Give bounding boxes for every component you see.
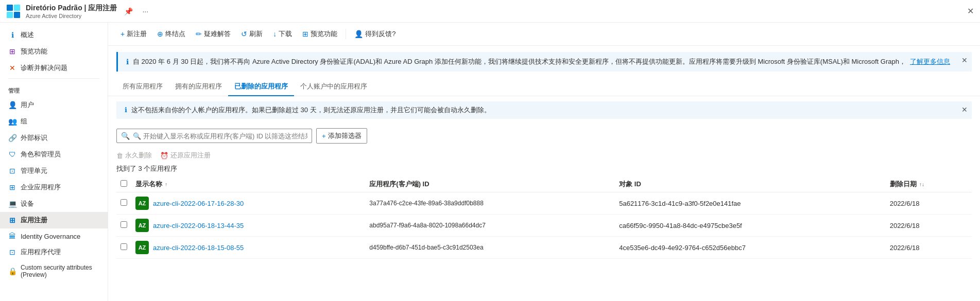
row-3-app-id-cell: d459bffe-d6b7-451d-bae5-c3c91d2503ea (365, 237, 615, 259)
sidebar-item-enterprise-apps[interactable]: ⊞ 企业应用程序 (0, 179, 108, 196)
search-box[interactable]: 🔍 (116, 129, 312, 143)
display-name-header[interactable]: 显示名称 ↑ (131, 176, 365, 192)
groups-icon: 👥 (8, 117, 16, 126)
refresh-button[interactable]: ↺ 刷新 (237, 27, 267, 41)
sidebar-label-users: 用户 (21, 100, 34, 110)
sidebar-item-app-proxy[interactable]: ⊡ 应用程序代理 (0, 244, 108, 260)
sidebar-label-external: 外部标识 (21, 133, 47, 143)
content-area: + 新注册 ⊕ 终结点 ✏ 疑难解答 ↺ 刷新 ↓ 下载 (108, 23, 980, 301)
sidebar-item-custom-security[interactable]: 🔒 Custom security attributes (Preview) (0, 260, 108, 282)
app-proxy-icon: ⊡ (8, 248, 16, 256)
tab-personal-apps[interactable]: 个人账户中的应用程序 (294, 78, 373, 96)
row-2-object-id-cell: ca66f59c-9950-41a8-84dc-e4975cbe3e5f (615, 215, 885, 237)
endpoints-button[interactable]: ⊕ 终结点 (153, 27, 190, 41)
app-id-header-label: 应用程序(客户端) ID (369, 180, 429, 188)
permanent-delete-button[interactable]: 🗑 永久删除 (116, 151, 152, 160)
info-banner-link[interactable]: 了解更多信息 (910, 57, 950, 66)
sidebar-item-identity-governance[interactable]: 🏛 Identity Governance (0, 228, 108, 244)
info-banner-text: 自 2020 年 6 月 30 日起，我们将不再向 Azure Active D… (133, 57, 906, 66)
download-button[interactable]: ↓ 下载 (269, 27, 296, 41)
roles-icon: 🛡 (8, 150, 16, 158)
display-name-header-label: 显示名称 (135, 180, 162, 188)
tab-owned-apps[interactable]: 拥有的应用程序 (169, 78, 228, 96)
main-layout: ℹ 概述 ⊞ 预览功能 ✕ 诊断并解决问题 管理 👤 用户 👥 (0, 23, 980, 301)
app-reg-icon: ⊞ (8, 216, 16, 224)
sidebar-label-groups: 组 (21, 117, 27, 126)
table-row: AZ azure-cli-2022-06-18-15-08-55 d459bff… (116, 237, 972, 259)
row-2-checkbox[interactable] (121, 221, 127, 228)
app-id-header[interactable]: 应用程序(客户端) ID (365, 176, 615, 192)
sidebar-item-preview[interactable]: ⊞ 预览功能 (0, 43, 108, 60)
sidebar-label-enterprise: 企业应用程序 (21, 183, 61, 192)
object-id-header[interactable]: 对象 ID (615, 176, 885, 192)
sidebar-item-external-id[interactable]: 🔗 外部标识 (0, 130, 108, 146)
tab-deleted-apps-label: 已删除的应用程序 (234, 82, 288, 90)
close-window-button[interactable]: ✕ (967, 6, 974, 16)
sidebar-item-roles[interactable]: 🛡 角色和管理员 (0, 146, 108, 163)
restore-button[interactable]: ⏰ 还原应用注册 (160, 151, 211, 160)
sidebar-item-diagnose[interactable]: ✕ 诊断并解决问题 (0, 60, 108, 76)
more-button[interactable]: ··· (140, 6, 150, 16)
toolbar-separator (346, 29, 346, 39)
row-3-badge: AZ (135, 241, 149, 254)
row-3-checkbox[interactable] (121, 243, 127, 250)
tab-owned-apps-label: 拥有的应用程序 (175, 82, 222, 90)
tab-all-apps[interactable]: 所有应用程序 (116, 78, 169, 96)
row-3-object-id-cell: 4ce535e6-dc49-4e92-9764-c652d56ebbc7 (615, 237, 885, 259)
svg-rect-2 (7, 12, 13, 18)
select-all-header[interactable] (116, 176, 131, 192)
preview-features-button[interactable]: ⊞ 预览功能 (298, 27, 341, 41)
preview-feat-label: 预览功能 (311, 29, 337, 39)
sidebar-item-app-registrations[interactable]: ⊞ 应用注册 (0, 212, 108, 228)
add-filter-button[interactable]: + 添加筛选器 (316, 128, 367, 144)
sidebar-label-admin-units: 管理单元 (21, 166, 47, 175)
refresh-label: 刷新 (249, 29, 263, 39)
actions-row: 🗑 永久删除 ⏰ 还原应用注册 (108, 148, 980, 162)
users-icon: 👤 (8, 101, 16, 109)
row-1-checkbox[interactable] (121, 199, 127, 206)
tab-deleted-apps[interactable]: 已删除的应用程序 (228, 78, 294, 96)
app-title: Diretório Padrão | 应用注册 (26, 4, 117, 13)
row-3-name-link[interactable]: azure-cli-2022-06-18-15-08-55 (153, 244, 244, 252)
info-banner-close-button[interactable]: ✕ (961, 56, 968, 64)
azure-ad-logo (6, 4, 21, 19)
delete-icon: 🗑 (116, 152, 123, 160)
troubleshoot-label: 疑难解答 (204, 29, 231, 39)
feedback-button[interactable]: 👤 得到反馈? (350, 27, 400, 41)
sidebar-item-users[interactable]: 👤 用户 (0, 97, 108, 113)
row-1-badge: AZ (135, 197, 149, 210)
search-input[interactable] (133, 132, 307, 140)
deleted-date-header[interactable]: 删除日期 ↑↓ (886, 176, 972, 192)
toolbar: + 新注册 ⊕ 终结点 ✏ 疑难解答 ↺ 刷新 ↓ 下载 (108, 23, 980, 46)
row-1-name-link[interactable]: azure-cli-2022-06-17-16-28-30 (153, 200, 244, 207)
row-2-deleted-date-cell: 2022/6/18 (886, 215, 972, 237)
endpoints-label: 终结点 (165, 29, 185, 39)
preview-feat-icon: ⊞ (302, 30, 308, 38)
row-3-name-cell: AZ azure-cli-2022-06-18-15-08-55 (131, 237, 365, 259)
sub-banner-icon: ℹ (125, 106, 127, 114)
sidebar-item-admin-units[interactable]: ⊡ 管理单元 (0, 163, 108, 179)
title-bar: Diretório Padrão | 应用注册 Azure Active Dir… (0, 0, 980, 23)
row-2-name-link[interactable]: azure-cli-2022-06-18-13-44-35 (153, 222, 244, 229)
row-1-object-id-cell: 5a621176-3c1d-41c9-a3f0-5f2e0e141fae (615, 192, 885, 215)
table-body: AZ azure-cli-2022-06-17-16-28-30 3a77a47… (116, 192, 972, 259)
restore-icon: ⏰ (160, 152, 168, 160)
sidebar-item-groups[interactable]: 👥 组 (0, 113, 108, 130)
pin-button[interactable]: 📌 (122, 6, 135, 16)
sidebar-label-roles: 角色和管理员 (21, 150, 61, 159)
download-label: 下载 (279, 29, 292, 39)
table-container: 显示名称 ↑ 应用程序(客户端) ID 对象 ID 删除日期 (108, 176, 980, 259)
select-all-checkbox[interactable] (121, 180, 127, 187)
sub-banner: ℹ 这不包括来自你的个人帐户的应用程序。如果已删除超过 30 天，则无法还原应用… (116, 101, 972, 119)
info-banner-icon: ℹ (126, 58, 129, 66)
apps-table: 显示名称 ↑ 应用程序(客户端) ID 对象 ID 删除日期 (116, 176, 972, 259)
sidebar-item-overview[interactable]: ℹ 概述 (0, 27, 108, 43)
external-icon: 🔗 (8, 134, 16, 142)
display-name-sort-icon: ↑ (165, 182, 167, 187)
sidebar-item-devices[interactable]: 💻 设备 (0, 196, 108, 212)
new-registration-button[interactable]: + 新注册 (116, 27, 151, 41)
sub-banner-close-button[interactable]: ✕ (961, 105, 968, 114)
row-3-name-group: AZ azure-cli-2022-06-18-15-08-55 (135, 241, 361, 254)
troubleshoot-button[interactable]: ✏ 疑难解答 (192, 27, 235, 41)
row-2-app-id-cell: abd95a77-f9a6-4a8a-8020-1098a66d4dc7 (365, 215, 615, 237)
